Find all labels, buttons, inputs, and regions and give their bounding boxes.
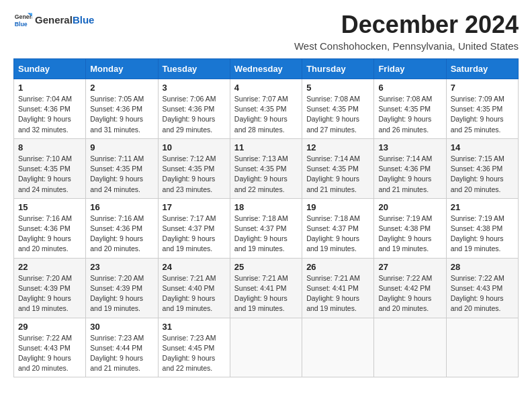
day-info: Sunrise: 7:10 AM Sunset: 4:35 PM Dayligh… xyxy=(18,154,81,195)
calendar-subtitle: West Conshohocken, Pennsylvania, United … xyxy=(294,40,519,52)
calendar-cell: 9 Sunrise: 7:11 AM Sunset: 4:35 PM Dayli… xyxy=(86,138,158,198)
weekday-header-tuesday: Tuesday xyxy=(158,59,230,79)
calendar-cell xyxy=(374,318,446,377)
day-number: 10 xyxy=(163,142,226,152)
logo-icon: General Blue xyxy=(13,11,32,30)
calendar-cell: 6 Sunrise: 7:08 AM Sunset: 4:35 PM Dayli… xyxy=(374,79,446,139)
day-number: 11 xyxy=(234,142,298,152)
day-info: Sunrise: 7:09 AM Sunset: 4:35 PM Dayligh… xyxy=(451,94,514,135)
day-number: 29 xyxy=(18,322,81,332)
calendar-cell xyxy=(302,318,374,377)
page-header: General Blue GeneralBlue December 2024 W… xyxy=(13,11,519,52)
day-info: Sunrise: 7:16 AM Sunset: 4:36 PM Dayligh… xyxy=(90,214,153,255)
calendar-cell: 16 Sunrise: 7:16 AM Sunset: 4:36 PM Dayl… xyxy=(86,198,158,258)
day-number: 7 xyxy=(451,83,514,93)
logo: General Blue GeneralBlue xyxy=(13,11,94,30)
weekday-header-row: SundayMondayTuesdayWednesdayThursdayFrid… xyxy=(14,59,519,79)
day-number: 9 xyxy=(90,142,153,152)
title-block: December 2024 West Conshohocken, Pennsyl… xyxy=(294,11,519,52)
weekday-header-sunday: Sunday xyxy=(14,59,86,79)
day-info: Sunrise: 7:15 AM Sunset: 4:36 PM Dayligh… xyxy=(451,154,514,195)
calendar-cell: 21 Sunrise: 7:19 AM Sunset: 4:38 PM Dayl… xyxy=(446,198,518,258)
day-number: 21 xyxy=(451,202,514,212)
calendar-week-row: 22 Sunrise: 7:20 AM Sunset: 4:39 PM Dayl… xyxy=(14,258,519,318)
day-info: Sunrise: 7:08 AM Sunset: 4:35 PM Dayligh… xyxy=(378,94,441,135)
calendar-cell: 18 Sunrise: 7:18 AM Sunset: 4:37 PM Dayl… xyxy=(230,198,302,258)
calendar-cell: 8 Sunrise: 7:10 AM Sunset: 4:35 PM Dayli… xyxy=(14,138,86,198)
day-info: Sunrise: 7:17 AM Sunset: 4:37 PM Dayligh… xyxy=(163,214,226,255)
day-info: Sunrise: 7:13 AM Sunset: 4:35 PM Dayligh… xyxy=(234,154,298,195)
day-info: Sunrise: 7:18 AM Sunset: 4:37 PM Dayligh… xyxy=(234,214,298,255)
day-info: Sunrise: 7:23 AM Sunset: 4:44 PM Dayligh… xyxy=(90,333,153,374)
calendar-cell: 2 Sunrise: 7:05 AM Sunset: 4:36 PM Dayli… xyxy=(86,79,158,139)
day-number: 14 xyxy=(451,142,514,152)
day-info: Sunrise: 7:20 AM Sunset: 4:39 PM Dayligh… xyxy=(18,273,81,314)
day-number: 3 xyxy=(163,83,226,93)
day-number: 20 xyxy=(378,202,441,212)
day-number: 31 xyxy=(163,322,226,332)
calendar-cell: 24 Sunrise: 7:21 AM Sunset: 4:40 PM Dayl… xyxy=(158,258,230,318)
day-info: Sunrise: 7:23 AM Sunset: 4:45 PM Dayligh… xyxy=(163,333,226,374)
day-info: Sunrise: 7:14 AM Sunset: 4:36 PM Dayligh… xyxy=(378,154,441,195)
weekday-header-saturday: Saturday xyxy=(446,59,518,79)
calendar-cell: 10 Sunrise: 7:12 AM Sunset: 4:35 PM Dayl… xyxy=(158,138,230,198)
day-number: 15 xyxy=(18,202,81,212)
day-number: 12 xyxy=(306,142,369,152)
day-number: 27 xyxy=(378,262,441,272)
day-info: Sunrise: 7:14 AM Sunset: 4:35 PM Dayligh… xyxy=(306,154,369,195)
day-info: Sunrise: 7:07 AM Sunset: 4:35 PM Dayligh… xyxy=(234,94,298,135)
weekday-header-wednesday: Wednesday xyxy=(230,59,302,79)
day-info: Sunrise: 7:22 AM Sunset: 4:43 PM Dayligh… xyxy=(451,273,514,314)
calendar-cell: 1 Sunrise: 7:04 AM Sunset: 4:36 PM Dayli… xyxy=(14,79,86,139)
day-number: 28 xyxy=(451,262,514,272)
day-info: Sunrise: 7:19 AM Sunset: 4:38 PM Dayligh… xyxy=(451,214,514,255)
logo-general-text: GeneralBlue xyxy=(35,15,94,26)
day-number: 18 xyxy=(234,202,298,212)
calendar-title: December 2024 xyxy=(294,11,519,39)
day-info: Sunrise: 7:04 AM Sunset: 4:36 PM Dayligh… xyxy=(18,94,81,135)
day-number: 4 xyxy=(234,83,298,93)
day-info: Sunrise: 7:20 AM Sunset: 4:39 PM Dayligh… xyxy=(90,273,153,314)
day-number: 24 xyxy=(163,262,226,272)
day-number: 25 xyxy=(234,262,298,272)
calendar-table: SundayMondayTuesdayWednesdayThursdayFrid… xyxy=(13,58,519,377)
day-info: Sunrise: 7:05 AM Sunset: 4:36 PM Dayligh… xyxy=(90,94,153,135)
calendar-cell: 29 Sunrise: 7:22 AM Sunset: 4:43 PM Dayl… xyxy=(14,318,86,377)
calendar-cell: 13 Sunrise: 7:14 AM Sunset: 4:36 PM Dayl… xyxy=(374,138,446,198)
weekday-header-thursday: Thursday xyxy=(302,59,374,79)
weekday-header-friday: Friday xyxy=(374,59,446,79)
day-number: 17 xyxy=(163,202,226,212)
day-info: Sunrise: 7:06 AM Sunset: 4:36 PM Dayligh… xyxy=(163,94,226,135)
day-number: 23 xyxy=(90,262,153,272)
day-number: 1 xyxy=(18,83,81,93)
day-number: 6 xyxy=(378,83,441,93)
calendar-cell: 15 Sunrise: 7:16 AM Sunset: 4:36 PM Dayl… xyxy=(14,198,86,258)
day-number: 30 xyxy=(90,322,153,332)
calendar-cell: 5 Sunrise: 7:08 AM Sunset: 4:35 PM Dayli… xyxy=(302,79,374,139)
day-info: Sunrise: 7:18 AM Sunset: 4:37 PM Dayligh… xyxy=(306,214,369,255)
calendar-cell: 25 Sunrise: 7:21 AM Sunset: 4:41 PM Dayl… xyxy=(230,258,302,318)
calendar-cell: 23 Sunrise: 7:20 AM Sunset: 4:39 PM Dayl… xyxy=(86,258,158,318)
calendar-week-row: 29 Sunrise: 7:22 AM Sunset: 4:43 PM Dayl… xyxy=(14,318,519,377)
day-info: Sunrise: 7:21 AM Sunset: 4:41 PM Dayligh… xyxy=(306,273,369,314)
calendar-cell: 3 Sunrise: 7:06 AM Sunset: 4:36 PM Dayli… xyxy=(158,79,230,139)
calendar-cell: 31 Sunrise: 7:23 AM Sunset: 4:45 PM Dayl… xyxy=(158,318,230,377)
weekday-header-monday: Monday xyxy=(86,59,158,79)
day-number: 8 xyxy=(18,142,81,152)
day-number: 26 xyxy=(306,262,369,272)
day-info: Sunrise: 7:22 AM Sunset: 4:43 PM Dayligh… xyxy=(18,333,81,374)
calendar-cell: 28 Sunrise: 7:22 AM Sunset: 4:43 PM Dayl… xyxy=(446,258,518,318)
day-number: 22 xyxy=(18,262,81,272)
day-info: Sunrise: 7:16 AM Sunset: 4:36 PM Dayligh… xyxy=(18,214,81,255)
day-number: 5 xyxy=(306,83,369,93)
day-info: Sunrise: 7:21 AM Sunset: 4:41 PM Dayligh… xyxy=(234,273,298,314)
calendar-week-row: 8 Sunrise: 7:10 AM Sunset: 4:35 PM Dayli… xyxy=(14,138,519,198)
day-info: Sunrise: 7:08 AM Sunset: 4:35 PM Dayligh… xyxy=(306,94,369,135)
day-info: Sunrise: 7:19 AM Sunset: 4:38 PM Dayligh… xyxy=(378,214,441,255)
day-info: Sunrise: 7:21 AM Sunset: 4:40 PM Dayligh… xyxy=(163,273,226,314)
calendar-cell: 30 Sunrise: 7:23 AM Sunset: 4:44 PM Dayl… xyxy=(86,318,158,377)
day-info: Sunrise: 7:12 AM Sunset: 4:35 PM Dayligh… xyxy=(163,154,226,195)
calendar-cell: 7 Sunrise: 7:09 AM Sunset: 4:35 PM Dayli… xyxy=(446,79,518,139)
day-number: 2 xyxy=(90,83,153,93)
calendar-cell: 20 Sunrise: 7:19 AM Sunset: 4:38 PM Dayl… xyxy=(374,198,446,258)
